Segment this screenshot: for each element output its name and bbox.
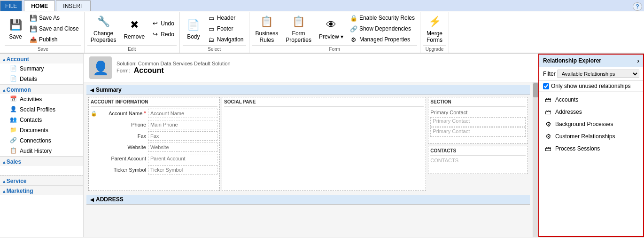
merge-forms-button[interactable]: ⚡ MergeForms <box>423 12 446 45</box>
field-account-name: 🔒 Account Name * <box>91 109 217 118</box>
merge-forms-label: MergeForms <box>427 30 442 43</box>
summary-section-label: Summary <box>96 87 122 93</box>
sidebar-section-service[interactable]: Service <box>0 175 83 185</box>
primary-contact-input1: Primary Contact <box>430 117 526 127</box>
sidebar-item-connections[interactable]: 🔗 Connections <box>0 135 83 146</box>
parent-account-input[interactable] <box>148 154 217 163</box>
body-button[interactable]: 📄 Body <box>183 12 204 45</box>
managed-properties-button[interactable]: ⚙ Managed Properties <box>348 34 417 45</box>
website-input[interactable] <box>148 143 217 152</box>
sidebar-section-marketing[interactable]: Marketing <box>0 185 83 195</box>
section-content: ACCOUNT INFORMATION 🔒 Account Name * Pho… <box>86 95 530 193</box>
filter-select[interactable]: Available Relationships All Relationship… <box>558 70 639 78</box>
relationship-item-customer-relationships[interactable]: ⚙ Customer Relationships <box>539 130 643 143</box>
scroll-thumb[interactable] <box>533 83 538 97</box>
ribbon-groups: 💾 Save 💾 Save As 💾 Save and Close 📤 Publ… <box>0 11 644 53</box>
relationship-item-accounts[interactable]: 🗃 Accounts <box>539 94 643 106</box>
sidebar-item-activities[interactable]: 📅 Activities <box>0 94 83 104</box>
footer-button[interactable]: ▭ Footer <box>205 24 246 34</box>
change-properties-button[interactable]: 🔧 ChangeProperties <box>87 12 120 45</box>
fax-input[interactable] <box>148 131 217 141</box>
navigation-button[interactable]: 🗂 Navigation <box>205 34 246 45</box>
sidebar-item-social-profiles[interactable]: 👤 Social Profiles <box>0 104 83 115</box>
sidebar-label-audit-history: Audit History <box>20 148 52 154</box>
unused-relationships-checkbox[interactable] <box>543 83 549 89</box>
customer-relationships-icon: ⚙ <box>544 132 552 141</box>
select-col: ▭ Header ▭ Footer 🗂 Navigation <box>205 13 246 45</box>
social-pane-column: SOCIAL PANE <box>222 97 426 191</box>
relationship-explorer-panel: Relationship Explorer › Filter Available… <box>538 54 644 237</box>
content-area: 👤 Solution: Common Data Services Default… <box>84 54 538 237</box>
relationship-item-addresses[interactable]: 🗃 Addresses <box>539 106 643 118</box>
relationship-item-background-processes[interactable]: ⚙ Background Processes <box>539 118 643 130</box>
sidebar-item-contacts[interactable]: 👥 Contacts <box>0 115 83 125</box>
phone-input[interactable] <box>148 120 217 129</box>
select-group-buttons: 📄 Body ▭ Header ▭ Footer 🗂 Navigation <box>183 12 246 45</box>
details-icon: 📄 <box>10 75 17 83</box>
field-parent-account: Parent Account <box>91 154 217 163</box>
business-rules-label: BusinessRules <box>256 30 279 43</box>
lock-icon: 🔒 <box>91 111 97 117</box>
address-section-label: ADDRESS <box>96 196 124 203</box>
sidebar-item-summary[interactable]: 📄 Summary <box>0 63 83 74</box>
field-phone: Phone <box>91 120 217 129</box>
sidebar-item-audit-history[interactable]: 📋 Audit History <box>0 146 83 156</box>
show-dependencies-button[interactable]: 🔗 Show Dependencies <box>348 24 417 34</box>
primary-contact-input2: Primary Contact <box>430 127 526 137</box>
save-close-button[interactable]: 💾 Save and Close <box>27 24 81 34</box>
edit-col: ↩ Undo ↪ Redo <box>149 18 177 40</box>
sidebar-item-documents[interactable]: 📁 Documents <box>0 125 83 135</box>
process-sessions-icon: 🗃 <box>544 144 552 153</box>
save-icon: 💾 <box>8 17 23 32</box>
redo-label: Redo <box>161 31 174 38</box>
ticker-symbol-input[interactable] <box>148 165 217 175</box>
redo-button[interactable]: ↪ Redo <box>149 29 177 40</box>
field-fax: Fax <box>91 131 217 141</box>
tab-insert[interactable]: INSERT <box>56 0 91 11</box>
relationship-explorer-chevron[interactable]: › <box>637 57 639 64</box>
save-button[interactable]: 💾 Save <box>5 12 26 45</box>
preview-button[interactable]: 👁 Preview ▾ <box>316 12 347 45</box>
tab-home[interactable]: HOME <box>24 0 55 11</box>
merge-forms-icon: ⚡ <box>427 14 442 29</box>
primary-contact-label1: Primary Contact <box>430 109 526 116</box>
undo-button[interactable]: ↩ Undo <box>149 18 177 29</box>
relationship-item-process-sessions[interactable]: 🗃 Process Sessions <box>539 143 643 155</box>
body-icon: 📄 <box>186 17 201 32</box>
managed-props-icon: ⚙ <box>350 36 357 43</box>
form-body: ◀ Summary ACCOUNT INFORMATION 🔒 Account … <box>84 82 533 237</box>
form-name: Account <box>134 66 164 75</box>
sidebar-section-sales[interactable]: Sales <box>0 156 83 166</box>
field-ticker-symbol: Ticker Symbol <box>91 165 217 175</box>
form-properties-icon: 📋 <box>291 14 306 29</box>
business-rules-button[interactable]: 📋 BusinessRules <box>252 12 282 45</box>
sidebar-section-common[interactable]: Common <box>0 84 83 94</box>
publish-button[interactable]: 📤 Publish <box>27 34 81 45</box>
save-col: 💾 Save As 💾 Save and Close 📤 Publish <box>27 13 81 45</box>
remove-label: Remove <box>124 33 145 40</box>
help-button[interactable]: ? <box>633 2 642 11</box>
header-button[interactable]: ▭ Header <box>205 13 246 23</box>
account-name-input[interactable] <box>148 109 217 118</box>
save-label: Save <box>9 33 22 40</box>
form-group-buttons: 📋 BusinessRules 📋 FormProperties 👁 Previ… <box>252 12 417 45</box>
sidebar-item-details[interactable]: 📄 Details <box>0 74 83 84</box>
tab-file[interactable]: FILE <box>0 0 22 11</box>
contacts-sub-label: CONTACTS <box>430 158 526 163</box>
background-processes-icon: ⚙ <box>544 120 552 128</box>
ribbon-group-form: 📋 BusinessRules 📋 FormProperties 👁 Previ… <box>249 12 420 53</box>
form-properties-button[interactable]: 📋 FormProperties <box>282 12 315 45</box>
header-icon: ▭ <box>208 14 215 22</box>
relationship-explorer-title: Relationship Explorer <box>543 57 601 64</box>
body-label: Body <box>187 33 200 40</box>
save-as-button[interactable]: 💾 Save As <box>27 13 81 23</box>
sidebar-label-summary: Summary <box>20 65 44 72</box>
save-group-buttons: 💾 Save 💾 Save As 💾 Save and Close 📤 Publ… <box>5 12 81 45</box>
enable-security-button[interactable]: 🔒 Enable Security Roles <box>348 13 417 23</box>
undo-label: Undo <box>161 20 174 27</box>
enable-security-label: Enable Security Roles <box>359 15 415 21</box>
sidebar-label-connections: Connections <box>20 137 51 144</box>
sidebar-section-account[interactable]: Account <box>0 54 83 63</box>
scrollbar[interactable] <box>533 82 538 237</box>
remove-button[interactable]: ✖ Remove <box>120 12 148 45</box>
